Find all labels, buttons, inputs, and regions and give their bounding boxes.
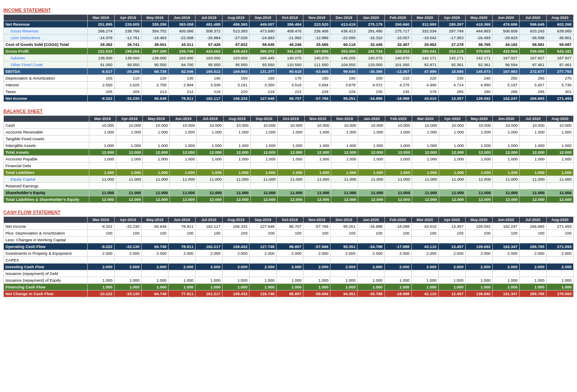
cell-value: 10.000 — [466, 122, 493, 129]
cell-value — [358, 163, 385, 169]
row-label: Gross Profit — [4, 48, 88, 55]
cell-value: 90.618 — [276, 68, 303, 75]
cell-value: 1.000 — [116, 156, 143, 163]
col-header-Aug-2019: Aug-2019 — [223, 15, 250, 21]
cell-value: 2.000 — [250, 264, 276, 270]
cell-value — [304, 163, 331, 169]
cell-value: 12.000 — [250, 196, 277, 203]
cell-value: 633.243 — [519, 28, 546, 35]
cell-value: -6.517 — [87, 68, 114, 75]
cell-value: 90.550 — [141, 61, 168, 68]
cell-value: 59.087 — [546, 41, 573, 48]
cell-value: 1.000 — [304, 142, 331, 149]
cell-value: 341.238 — [276, 48, 303, 55]
cell-value: 150 — [223, 75, 250, 82]
cell-value: 10.000 — [439, 122, 466, 129]
cell-value: 11.000 — [250, 176, 277, 183]
cell-value: 162.347 — [492, 243, 519, 250]
table-row: Salaries138.000138.000138.000163.000163.… — [4, 55, 574, 61]
cell-value: 11.000 — [304, 176, 331, 183]
cell-value: 100 — [411, 230, 438, 237]
table-row: Investing Cash Flow2.0002.0002.0002.0002… — [4, 264, 574, 270]
cell-value: 1.000 — [385, 169, 412, 176]
cell-value — [466, 163, 493, 169]
table-row: Gross Revenue266.274238.766354.752405.06… — [4, 28, 574, 35]
cell-value — [143, 163, 170, 169]
cell-value: 1.000 — [492, 284, 519, 291]
cell-value: 238.766 — [114, 28, 141, 35]
cell-value — [143, 136, 170, 142]
cell-value: 1.000 — [439, 156, 466, 163]
cell-value — [277, 136, 304, 142]
cell-value — [331, 163, 358, 169]
cell-value — [492, 257, 519, 264]
cell-value: 2.756 — [141, 82, 168, 88]
col-header-Jul-2020: Jul-2020 — [520, 116, 547, 122]
cell-value: 11.000 — [331, 189, 358, 196]
balance-sheet-title: BALANCE SHEET — [3, 109, 574, 114]
cell-value: 101.550 — [384, 61, 411, 68]
table-row: Equity Capital11.00011.00011.00011.00011… — [4, 176, 574, 183]
cell-value: 38.765 — [465, 41, 492, 48]
cell-value: 2.000 — [276, 264, 303, 270]
income-statement-title: INCOME STATEMENT — [3, 8, 574, 13]
cell-value: 1.000 — [546, 284, 573, 291]
cell-value — [169, 270, 196, 277]
cell-value: 270 — [546, 75, 573, 82]
col-header-Mar-2020: Mar-2020 — [411, 15, 438, 21]
cell-value: -58.666 — [303, 291, 330, 297]
cell-value: 285 — [438, 88, 465, 95]
cell-value: 228.253 — [384, 48, 411, 55]
cell-value: 4.714 — [438, 82, 465, 88]
cell-value: 223 — [276, 88, 303, 95]
cell-value: 140 — [196, 75, 223, 82]
cell-value: 508.372 — [196, 28, 223, 35]
cell-value: 12.000 — [358, 196, 385, 203]
cell-value: 149.205 — [330, 55, 357, 61]
table-row: Total Liabilities1.0001.0001.0001.0001.0… — [4, 169, 574, 176]
row-label: Net Income — [4, 95, 88, 102]
cell-value: 100 — [384, 230, 411, 237]
cell-value: 253.118 — [438, 48, 465, 55]
cell-value — [438, 270, 465, 277]
cell-value: 2.000 — [276, 250, 303, 257]
cell-value: 78.811 — [169, 223, 196, 230]
cell-value: 95.251 — [330, 95, 357, 102]
cell-value: 82.046 — [169, 68, 196, 75]
cell-value: 2.000 — [141, 250, 168, 257]
cell-value: 12.000 — [143, 196, 170, 203]
cell-value — [412, 183, 439, 189]
cell-value — [466, 183, 493, 189]
cell-value: 12.000 — [547, 149, 574, 156]
cell-value: 1.000 — [358, 142, 385, 149]
cell-value — [196, 270, 223, 277]
col-header-Aug-2019: Aug-2019 — [224, 116, 251, 122]
cell-value: 226.005 — [114, 21, 141, 28]
cell-value: 11.000 — [466, 176, 493, 183]
cell-value: 11.000 — [116, 176, 143, 183]
cell-value: 100 — [141, 230, 168, 237]
col-header-Feb-2020: Feb-2020 — [384, 15, 411, 21]
cell-value: 12.000 — [412, 196, 439, 203]
col-header-Apr-2019: Apr-2019 — [116, 116, 143, 122]
cell-value: 18.586 — [438, 68, 465, 75]
cell-value: 1.000 — [170, 129, 197, 136]
cell-value: 1.000 — [358, 129, 385, 136]
cell-value: 2.000 — [87, 264, 114, 270]
cell-value: 120 — [141, 75, 168, 82]
cell-value: -32.230 — [114, 223, 141, 230]
cell-value: 11.000 — [547, 189, 574, 196]
cell-value: 1.000 — [304, 156, 331, 163]
cell-value: 167.927 — [546, 55, 573, 61]
cell-value: 473.690 — [250, 28, 276, 35]
cell-value: 127.648 — [250, 95, 276, 102]
cell-value: 11.000 — [520, 189, 547, 196]
cell-value — [439, 136, 466, 142]
col-header-Dec-2019: Dec-2019 — [330, 217, 357, 223]
cell-value: 12.000 — [520, 149, 547, 156]
cell-value: 1.000 — [412, 142, 439, 149]
cell-value: 94.351 — [330, 291, 357, 297]
cell-value: 139.592 — [465, 223, 492, 230]
cell-value: 2.000 — [438, 250, 465, 257]
cell-value: 161.217 — [196, 291, 223, 297]
